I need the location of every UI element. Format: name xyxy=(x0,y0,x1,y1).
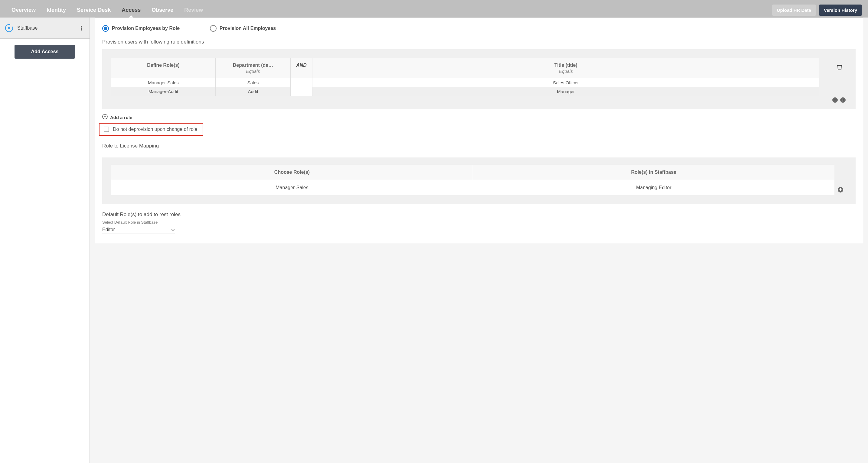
rules-heading: Provision users with following rule defi… xyxy=(95,39,863,49)
plus-circle-icon xyxy=(102,114,108,121)
remove-row-icon[interactable] xyxy=(832,97,838,103)
sidebar: Staffbase Add Access xyxy=(0,18,90,463)
svg-point-4 xyxy=(81,29,82,31)
tab-overview[interactable]: Overview xyxy=(6,2,41,18)
staffbase-logo-icon xyxy=(4,24,13,33)
svg-rect-13 xyxy=(840,188,841,191)
table-row[interactable]: Manager-Sales Sales Sales Officer xyxy=(111,78,819,87)
tab-servicedesk[interactable]: Service Desk xyxy=(71,2,116,18)
default-role-select[interactable]: Editor xyxy=(102,226,175,234)
tab-observe[interactable]: Observe xyxy=(146,2,179,18)
radio-label: Provision Employees by Role xyxy=(112,26,180,31)
checkbox-unchecked-icon xyxy=(104,127,109,132)
sidebar-item-label: Staffbase xyxy=(17,25,78,31)
add-rule-label: Add a rule xyxy=(110,115,132,120)
radio-provision-all[interactable]: Provision All Employees xyxy=(210,25,276,32)
svg-point-3 xyxy=(81,28,82,29)
add-access-button[interactable]: Add Access xyxy=(14,45,75,59)
add-row-icon[interactable] xyxy=(840,97,846,103)
tab-identity[interactable]: Identity xyxy=(41,2,71,18)
default-roles-heading: Default Role(s) to add to rest roles xyxy=(102,211,856,218)
chevron-down-icon xyxy=(171,227,175,232)
upload-hr-data-button[interactable]: Upload HR Data xyxy=(772,4,816,16)
svg-rect-6 xyxy=(834,100,837,100)
select-value: Editor xyxy=(102,227,168,232)
radio-label: Provision All Employees xyxy=(220,26,276,31)
radio-selected-icon xyxy=(102,25,109,32)
radio-provision-by-role[interactable]: Provision Employees by Role xyxy=(102,25,180,32)
mapping-table: Choose Role(s) Role(s) in Staffbase Mana… xyxy=(111,165,834,195)
radio-unselected-icon xyxy=(210,25,217,32)
table-header-row: Define Role(s) Department (de…Equals AND… xyxy=(111,58,819,78)
svg-point-2 xyxy=(81,26,82,27)
add-mapping-icon[interactable] xyxy=(837,187,843,193)
mapping-heading: Role to License Mapping xyxy=(95,136,863,153)
svg-rect-9 xyxy=(843,99,843,102)
tab-access[interactable]: Access xyxy=(116,2,146,18)
version-history-button[interactable]: Version History xyxy=(819,4,862,16)
default-roles-sublabel: Select Default Role in Staffbase xyxy=(102,220,856,225)
add-rule-button[interactable]: Add a rule xyxy=(95,109,863,123)
tab-review[interactable]: Review xyxy=(179,2,208,18)
checkbox-label: Do not deprovision upon change of role xyxy=(113,127,197,132)
table-row[interactable]: Manager-Audit Audit Manager xyxy=(111,87,819,96)
top-nav: Overview Identity Service Desk Access Ob… xyxy=(0,2,868,18)
table-row[interactable]: Manager-Sales Managing Editor xyxy=(111,180,834,195)
more-icon[interactable] xyxy=(78,25,85,32)
mapping-panel: Choose Role(s) Role(s) in Staffbase Mana… xyxy=(102,158,856,204)
rules-panel: Define Role(s) Department (de…Equals AND… xyxy=(102,49,856,109)
sidebar-item-staffbase[interactable]: Staffbase xyxy=(0,18,90,39)
delete-icon[interactable] xyxy=(837,64,842,70)
table-header-row: Choose Role(s) Role(s) in Staffbase xyxy=(111,165,834,180)
do-not-deprovision-checkbox[interactable]: Do not deprovision upon change of role xyxy=(99,123,203,136)
rules-table: Define Role(s) Department (de…Equals AND… xyxy=(111,58,819,96)
svg-point-1 xyxy=(8,27,10,29)
